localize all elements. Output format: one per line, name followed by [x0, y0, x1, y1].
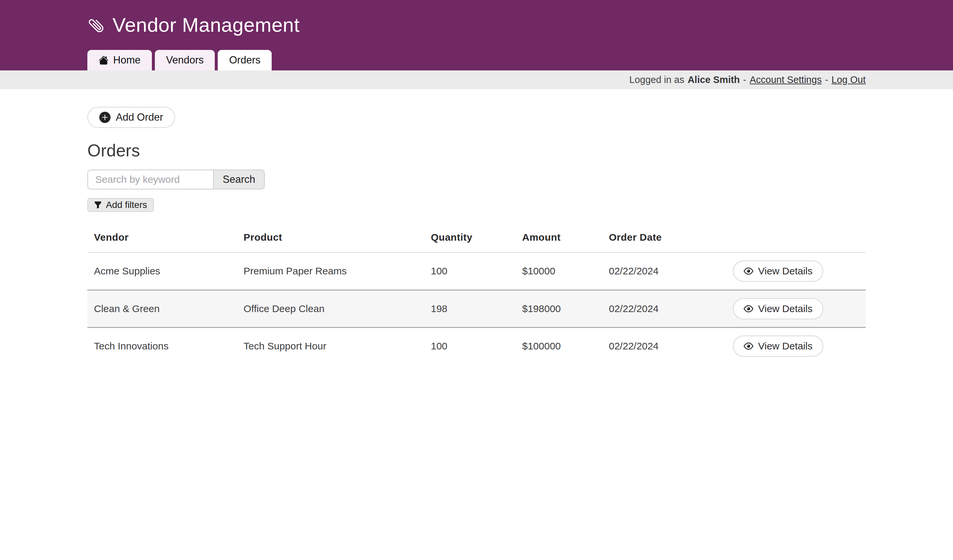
- eye-icon: [743, 266, 753, 276]
- cell-vendor: Clean & Green: [87, 290, 237, 327]
- tab-vendors-label: Vendors: [166, 54, 204, 66]
- search-button[interactable]: Search: [213, 170, 265, 189]
- cell-amount: $198000: [515, 290, 602, 327]
- search-input[interactable]: [87, 170, 214, 189]
- cell-actions: View Details: [726, 327, 866, 365]
- cell-quantity: 198: [424, 290, 515, 327]
- col-header-actions: [726, 225, 866, 252]
- cell-actions: View Details: [726, 290, 866, 327]
- tab-vendors[interactable]: Vendors: [155, 50, 215, 70]
- cell-product: Premium Paper Reams: [237, 252, 424, 290]
- logged-in-username: Alice Smith: [688, 74, 740, 85]
- cell-product: Tech Support Hour: [237, 327, 424, 365]
- view-details-label: View Details: [758, 266, 813, 277]
- table-row: Clean & Green Office Deep Clean 198 $198…: [87, 290, 866, 327]
- cell-amount: $100000: [515, 327, 602, 365]
- cell-order-date: 02/22/2024: [602, 290, 726, 327]
- add-order-button[interactable]: Add Order: [87, 107, 175, 128]
- col-header-product: Product: [237, 225, 424, 252]
- house-icon: [99, 55, 109, 65]
- account-settings-link[interactable]: Account Settings: [750, 74, 822, 85]
- app-title: Vendor Management: [113, 14, 300, 36]
- view-details-button[interactable]: View Details: [733, 336, 823, 357]
- plus-circle-icon: [99, 112, 110, 123]
- cell-vendor: Tech Innovations: [87, 327, 237, 365]
- view-details-label: View Details: [758, 303, 813, 314]
- view-details-label: View Details: [758, 340, 813, 352]
- add-order-label: Add Order: [116, 111, 163, 123]
- paperclip-icon: [84, 12, 109, 37]
- search-bar: Search: [87, 170, 866, 189]
- cell-product: Office Deep Clean: [237, 290, 424, 327]
- cell-order-date: 02/22/2024: [602, 252, 726, 290]
- cell-actions: View Details: [726, 252, 866, 290]
- col-header-order-date: Order Date: [602, 225, 726, 252]
- tab-home-label: Home: [113, 54, 141, 66]
- view-details-button[interactable]: View Details: [733, 298, 823, 319]
- orders-table: Vendor Product Quantity Amount Order Dat…: [87, 225, 866, 365]
- eye-icon: [743, 304, 753, 314]
- brand: Vendor Management: [87, 0, 866, 50]
- table-row: Tech Innovations Tech Support Hour 100 $…: [87, 327, 866, 365]
- log-out-link[interactable]: Log Out: [832, 74, 866, 85]
- view-details-button[interactable]: View Details: [733, 260, 823, 282]
- col-header-quantity: Quantity: [424, 225, 515, 252]
- cell-amount: $10000: [515, 252, 602, 290]
- cell-order-date: 02/22/2024: [602, 327, 726, 365]
- table-row: Acme Supplies Premium Paper Reams 100 $1…: [87, 252, 866, 290]
- funnel-icon: [94, 201, 102, 209]
- separator: -: [743, 74, 747, 85]
- add-filters-label: Add filters: [106, 200, 147, 210]
- add-filters-button[interactable]: Add filters: [87, 198, 154, 212]
- cell-vendor: Acme Supplies: [87, 252, 237, 290]
- tab-orders[interactable]: Orders: [218, 50, 272, 70]
- tab-home[interactable]: Home: [87, 50, 152, 70]
- main-nav: Home Vendors Orders: [87, 50, 866, 70]
- cell-quantity: 100: [424, 252, 515, 290]
- tab-orders-label: Orders: [229, 54, 261, 66]
- separator: -: [825, 74, 828, 85]
- logged-in-prefix: Logged in as: [629, 74, 684, 85]
- col-header-vendor: Vendor: [87, 225, 237, 252]
- cell-quantity: 100: [424, 327, 515, 365]
- orders-table-header: Vendor Product Quantity Amount Order Dat…: [87, 225, 866, 252]
- page-title: Orders: [87, 141, 866, 160]
- app-header: Vendor Management Home Vendors Orders: [0, 0, 953, 70]
- user-bar: Logged in as Alice Smith - Account Setti…: [0, 70, 953, 89]
- main-content: Add Order Orders Search Add filters Vend…: [87, 89, 866, 365]
- eye-icon: [743, 341, 753, 351]
- col-header-amount: Amount: [515, 225, 602, 252]
